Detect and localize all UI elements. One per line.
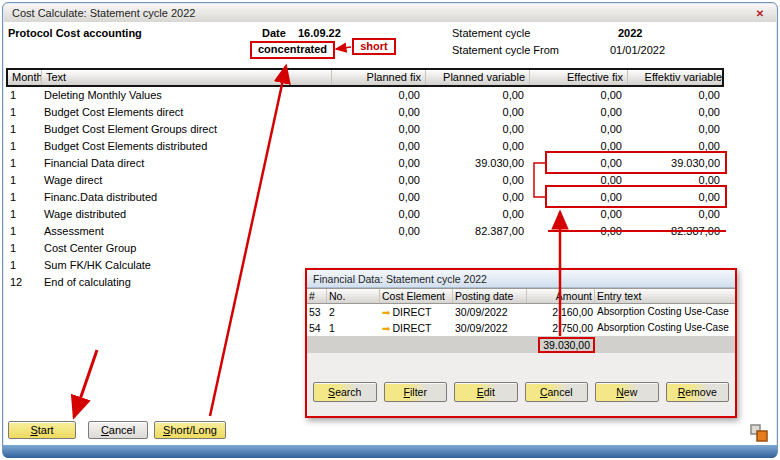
month-cell: 1 [6,121,40,138]
column-header-effective-fix: Effective fix [530,70,628,85]
table-row[interactable]: 1Budget Cost Element Groups direct0,000,… [6,121,724,138]
amount-cell: 2.160,00 [527,304,595,320]
cost-element-label: DIRECT [392,322,431,334]
effektiv-variable-cell: 82.387,00 [626,223,724,240]
effective-fix-cell: 0,00 [528,172,626,189]
text-cell: Sum FK/HK Calculate [40,257,330,274]
overlay-titlebar[interactable]: Financial Data: Statement cycle 2022 [307,270,735,288]
column-header-planned-fix: Planned fix [332,70,426,85]
cycle-from-label: Statement cycle From [452,44,559,56]
overlay-column-cost-element: Cost Element [380,289,453,303]
edit-button[interactable]: Edit [454,382,518,402]
text-cell: Budget Cost Elements distributed [40,138,330,155]
short-long-button[interactable]: Short/Long [154,421,226,439]
overlay-column-no: No. [327,289,380,303]
planned-variable-cell: 0,00 [424,189,528,206]
effektiv-variable-cell: 0,00 [626,121,724,138]
window-title: Cost Calculate: Statement cycle 2022 [12,7,752,19]
overlay-cancel-button[interactable]: Cancel [525,382,589,402]
text-cell: Deleting Monthly Values [40,87,330,104]
text-cell: Budget Cost Element Groups direct [40,121,330,138]
screen: Cost Calculate: Statement cycle 2022 ✕ P… [0,0,780,460]
column-header-text: Text [42,70,332,85]
month-cell: 1 [6,240,40,257]
text-cell: Assessment [40,223,330,240]
text-cell: Wage direct [40,172,330,189]
planned-variable-cell: 82.387,00 [424,223,528,240]
effektiv-variable-cell: 39.030,00 [626,155,724,172]
window-statusbar [3,445,777,458]
effective-fix-cell: 0,00 [528,223,626,240]
month-cell: 1 [6,189,40,206]
mode-field-concentrated[interactable]: concentrated [250,41,335,59]
effective-fix-cell: 0,00 [528,104,626,121]
effective-fix-cell: 0,00 [528,87,626,104]
table-row[interactable]: 1Cost Center Group [6,240,724,257]
statement-cycle-value: 2022 [618,27,642,39]
posting-date-cell: 30/09/2022 [453,304,527,320]
table-row[interactable]: 1Financ.Data distributed0,000,000,000,00 [6,189,724,206]
month-cell: 1 [6,172,40,189]
effektiv-variable-cell: 0,00 [626,104,724,121]
month-cell: 1 [6,155,40,172]
month-cell: 1 [6,223,40,240]
column-header-planned-variable: Planned variable [426,70,530,85]
table-row[interactable]: 1Budget Cost Elements distributed0,000,0… [6,138,724,155]
column-header-month: Month [8,70,42,85]
table-row[interactable]: 1Budget Cost Elements direct0,000,000,00… [6,104,724,121]
date-value: 16.09.22 [298,27,341,39]
planned-fix-cell: 0,00 [330,155,424,172]
planned-fix-cell: 0,00 [330,189,424,206]
sum-value: 39.030,00 [538,337,595,353]
financial-data-row[interactable]: 532➡DIRECT30/09/20222.160,00Absorption C… [307,304,735,320]
month-cell: 1 [6,206,40,223]
short-annotation-callout: short [352,38,396,55]
main-titlebar[interactable]: Cost Calculate: Statement cycle 2022 ✕ [4,4,776,22]
effective-fix-cell: 0,00 [528,155,626,172]
statement-cycle-label: Statement cycle [452,27,530,39]
effektiv-variable-cell: 0,00 [626,172,724,189]
planned-variable-cell: 0,00 [424,206,528,223]
planned-variable-cell: 0,00 [424,172,528,189]
planned-variable-cell: 0,00 [424,104,528,121]
table-row[interactable]: 1Wage distributed0,000,000,000,00 [6,206,724,223]
cost-element-cell: ➡DIRECT [380,304,453,320]
planned-fix-cell: 0,00 [330,87,424,104]
cost-element-cell: ➡DIRECT [380,320,453,336]
effective-fix-cell: 0,00 [528,121,626,138]
financial-data-row[interactable]: 541➡DIRECT30/09/20222.750,00Absorption C… [307,320,735,336]
direct-arrow-icon: ➡ [382,323,390,334]
effective-fix-cell: 0,00 [528,189,626,206]
entry-text-cell: Absorption Costing Use-Case [595,304,735,320]
text-cell: Budget Cost Elements direct [40,104,330,121]
month-cell: 1 [6,138,40,155]
table-row[interactable]: 1Wage direct0,000,000,000,00 [6,172,724,189]
resize-grip-icon[interactable] [749,423,769,443]
table-row[interactable]: 1Assessment0,0082.387,000,0082.387,00 [6,223,724,240]
planned-variable-cell [424,240,528,257]
month-cell: 1 [6,104,40,121]
no-cell: 1 [327,320,380,336]
protocol-title: Protocol Cost accounting [8,27,142,39]
search-button[interactable]: Search [313,382,377,402]
planned-variable-cell: 0,00 [424,121,528,138]
table-row[interactable]: 1Financial Data direct0,0039.030,000,003… [6,155,724,172]
table-row[interactable]: 1Deleting Monthly Values0,000,000,000,00 [6,87,724,104]
start-button[interactable]: Start [8,421,76,439]
sum-row: 39.030,00 [307,336,735,353]
date-label: Date [262,27,286,39]
remove-button[interactable]: Remove [666,382,730,402]
month-cell: 1 [6,257,40,274]
cancel-button[interactable]: Cancel [88,421,148,439]
month-cell: 1 [6,87,40,104]
planned-fix-cell: 0,00 [330,172,424,189]
new-button[interactable]: New [595,382,659,402]
filter-button[interactable]: Filter [384,382,448,402]
effektiv-variable-cell: 0,00 [626,138,724,155]
effective-fix-cell: 0,00 [528,138,626,155]
planned-fix-cell: 0,00 [330,206,424,223]
overlay-table-header: # No. Cost Element Posting date Amount E… [307,288,735,304]
effektiv-variable-cell: 0,00 [626,87,724,104]
close-icon[interactable]: ✕ [752,6,768,20]
text-cell: Cost Center Group [40,240,330,257]
